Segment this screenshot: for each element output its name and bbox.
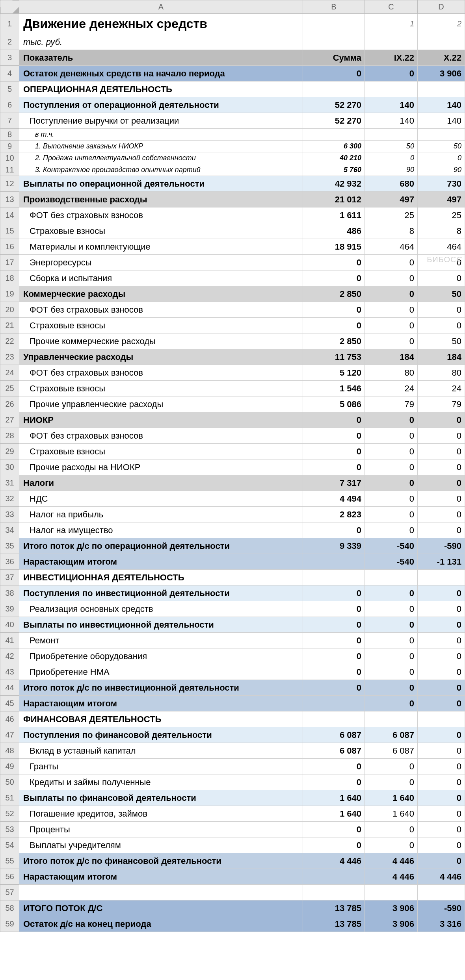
cell-period[interactable]: 6 087 (365, 727, 418, 743)
grid[interactable]: ABCD1Движение денежных средств122тыс. ру… (0, 0, 465, 932)
cell-sum[interactable]: 4 446 (303, 853, 365, 869)
row-header[interactable]: 39 (0, 601, 19, 617)
cell-sum[interactable]: 2 850 (303, 286, 365, 302)
cell-period[interactable]: 4 446 (418, 869, 465, 885)
cell-sum[interactable]: 2 823 (303, 507, 365, 522)
cell-period[interactable]: 0 (365, 444, 418, 459)
cell-period[interactable]: 4 446 (365, 869, 418, 885)
cell-period[interactable]: 0 (365, 522, 418, 538)
row-header[interactable]: 11 (0, 164, 19, 176)
row-header[interactable]: 59 (0, 916, 19, 932)
cell-sum[interactable]: 1 611 (303, 207, 365, 223)
row-header[interactable]: 17 (0, 255, 19, 270)
cell-period[interactable]: 0 (418, 318, 465, 333)
row-header[interactable]: 36 (0, 554, 19, 570)
row-header[interactable]: 30 (0, 459, 19, 475)
column-header[interactable]: D (418, 0, 465, 14)
cell-period[interactable]: 0 (418, 302, 465, 318)
cell-period[interactable]: 8 (418, 223, 465, 239)
cell-period[interactable]: 90 (365, 164, 418, 176)
cell-period[interactable]: 0 (365, 491, 418, 507)
cell-period[interactable]: 0 (365, 318, 418, 333)
cell-period[interactable]: 0 (365, 774, 418, 790)
cell-period[interactable]: 80 (418, 365, 465, 381)
column-header[interactable]: B (303, 0, 365, 14)
row-header[interactable]: 25 (0, 381, 19, 396)
row-header[interactable]: 43 (0, 664, 19, 680)
row-header[interactable]: 22 (0, 333, 19, 349)
cell-period[interactable] (418, 129, 465, 141)
cell-period[interactable]: 90 (418, 164, 465, 176)
cell-sum[interactable]: 0 (303, 617, 365, 633)
cell-period[interactable]: 8 (365, 223, 418, 239)
row-header[interactable]: 44 (0, 680, 19, 696)
cell-sum[interactable]: 7 317 (303, 475, 365, 491)
cell-period[interactable]: 0 (365, 286, 418, 302)
cell-period[interactable]: 50 (418, 141, 465, 152)
row-header[interactable]: 24 (0, 365, 19, 381)
cell-sum[interactable]: 6 087 (303, 727, 365, 743)
row-header[interactable]: 52 (0, 806, 19, 822)
row-header[interactable]: 46 (0, 711, 19, 727)
cell-period[interactable]: 0 (418, 837, 465, 853)
cell-period[interactable]: 0 (365, 428, 418, 444)
cell-sum[interactable]: 1 640 (303, 790, 365, 806)
row-header[interactable]: 4 (0, 66, 19, 82)
cell-sum[interactable]: 9 339 (303, 538, 365, 554)
cell-period[interactable]: 0 (418, 664, 465, 680)
cell-period[interactable]: -1 131 (418, 554, 465, 570)
cell-period[interactable]: 0 (418, 806, 465, 822)
cell-period[interactable]: 0 (418, 743, 465, 759)
cell-sum[interactable]: 5 120 (303, 365, 365, 381)
cell-period[interactable]: 0 (365, 507, 418, 522)
cell-period[interactable] (365, 129, 418, 141)
cell-period[interactable]: 50 (418, 333, 465, 349)
cell-period[interactable] (365, 82, 418, 97)
row-header[interactable]: 47 (0, 727, 19, 743)
cell-sum[interactable]: 6 087 (303, 743, 365, 759)
cell-period[interactable]: 0 (418, 270, 465, 286)
cell-period[interactable]: 3 906 (365, 916, 418, 932)
column-header[interactable]: C (365, 0, 418, 14)
cell[interactable] (303, 14, 365, 34)
cell-sum[interactable]: 0 (303, 837, 365, 853)
row-header[interactable]: 20 (0, 302, 19, 318)
cell-period[interactable]: -590 (418, 900, 465, 916)
cell[interactable]: 1 (365, 14, 418, 34)
cell-period[interactable]: 0 (418, 853, 465, 869)
cell-period[interactable]: 140 (365, 113, 418, 129)
cell-period[interactable]: 0 (418, 412, 465, 428)
cell-sum[interactable]: 0 (303, 522, 365, 538)
cell-sum[interactable]: 0 (303, 680, 365, 696)
cell-period[interactable]: 0 (365, 601, 418, 617)
cell[interactable] (303, 34, 365, 50)
cell-period[interactable]: 0 (418, 475, 465, 491)
row-header[interactable]: 8 (0, 129, 19, 141)
cell-period[interactable]: 0 (418, 774, 465, 790)
row-header[interactable]: 9 (0, 141, 19, 152)
row-header[interactable]: 19 (0, 286, 19, 302)
cell-period[interactable]: 4 446 (365, 853, 418, 869)
cell-sum[interactable]: 0 (303, 444, 365, 459)
cell-sum[interactable]: 0 (303, 270, 365, 286)
select-all-corner[interactable] (0, 0, 19, 14)
cell-sum[interactable]: 0 (303, 774, 365, 790)
cell-sum[interactable]: 0 (303, 585, 365, 601)
cell-period[interactable]: 79 (365, 396, 418, 412)
cell-period[interactable]: 0 (365, 617, 418, 633)
cell-period[interactable]: 0 (418, 790, 465, 806)
cell-period[interactable] (365, 885, 418, 900)
cell-period[interactable]: 0 (418, 522, 465, 538)
cell-period[interactable]: 0 (418, 822, 465, 837)
cell-sum[interactable]: 0 (303, 648, 365, 664)
cell-period[interactable]: 3 906 (365, 900, 418, 916)
cell-period[interactable]: 0 (418, 255, 465, 270)
cell-sum[interactable]: 11 753 (303, 349, 365, 365)
cell-sum[interactable]: 0 (303, 412, 365, 428)
cell-period[interactable]: 0 (365, 66, 418, 82)
cell-period[interactable]: 730 (418, 176, 465, 192)
cell-period[interactable]: 0 (365, 837, 418, 853)
column-header[interactable]: A (19, 0, 303, 14)
row-header[interactable]: 48 (0, 743, 19, 759)
row-header[interactable]: 23 (0, 349, 19, 365)
